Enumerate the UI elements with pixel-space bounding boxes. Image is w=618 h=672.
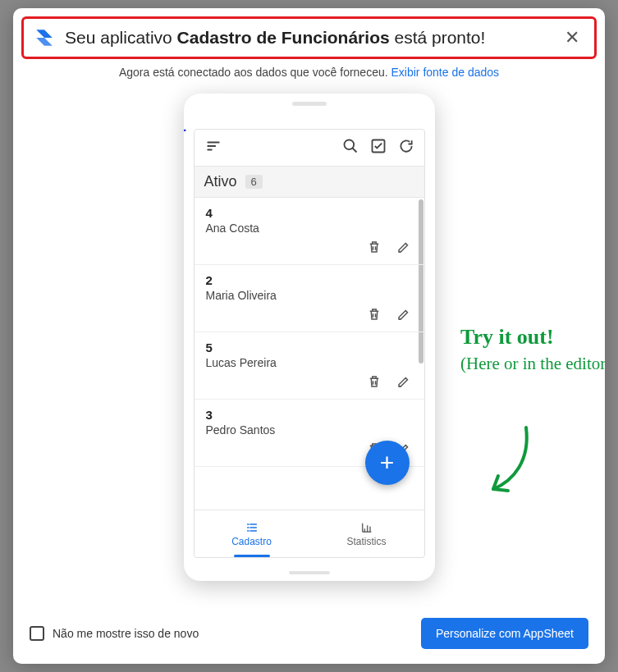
list-icon xyxy=(244,521,260,534)
delete-icon[interactable] xyxy=(367,307,382,325)
banner-appname: Cadastro de Funcionários xyxy=(177,28,390,47)
chart-icon xyxy=(359,521,375,534)
modal-footer: Não me mostre isso de novo Personalize c… xyxy=(13,606,605,664)
select-icon[interactable] xyxy=(370,138,387,158)
row-name: Lucas Pereira xyxy=(206,356,413,369)
appsheet-logo-icon xyxy=(34,27,55,48)
dont-show-checkbox[interactable] xyxy=(30,626,44,641)
close-icon[interactable]: ✕ xyxy=(560,25,584,50)
tab-cadastro[interactable]: Cadastro xyxy=(195,510,309,557)
search-icon[interactable] xyxy=(342,138,359,158)
list-item[interactable]: 5 Lucas Pereira xyxy=(195,332,424,400)
ready-banner: Seu aplicativo Cadastro de Funcionários … xyxy=(21,16,597,59)
phone-speaker xyxy=(292,102,327,106)
row-id: 3 xyxy=(206,408,413,422)
row-name: Maria Oliveira xyxy=(206,289,413,302)
group-header[interactable]: Ativo 6 xyxy=(195,166,424,198)
plus-marker-icon: + xyxy=(184,121,187,140)
list-item[interactable]: 4 Ana Costa xyxy=(195,198,424,265)
svg-point-0 xyxy=(344,140,354,150)
svg-line-1 xyxy=(352,149,356,153)
refresh-icon[interactable] xyxy=(398,138,414,158)
edit-icon[interactable] xyxy=(396,307,411,325)
dont-show-group: Não me mostre isso de novo xyxy=(30,626,199,641)
try-callout: Try it out! (Here or in the editor) xyxy=(460,325,605,375)
row-id: 2 xyxy=(206,273,413,287)
callout-line2: (Here or in the editor) xyxy=(460,353,605,375)
phone-stage: + Ativo xyxy=(13,79,605,606)
customize-button[interactable]: Personalize com AppSheet xyxy=(421,618,588,649)
data-source-link[interactable]: Exibir fonte de dados xyxy=(391,66,500,79)
row-id: 4 xyxy=(206,206,413,220)
banner-suffix: está pronto! xyxy=(390,28,486,47)
add-fab-button[interactable]: + xyxy=(365,441,410,485)
row-name: Pedro Santos xyxy=(206,423,413,437)
row-id: 5 xyxy=(206,341,413,354)
banner-title: Seu aplicativo Cadastro de Funcionários … xyxy=(65,28,550,48)
phone-preview: + Ativo xyxy=(184,94,435,581)
sort-icon[interactable] xyxy=(204,139,222,157)
onboarding-modal: Seu aplicativo Cadastro de Funcionários … xyxy=(13,8,605,664)
app-frame: Ativo 6 4 Ana Costa 2 xyxy=(194,129,425,558)
delete-icon[interactable] xyxy=(367,374,382,392)
group-label: Ativo xyxy=(204,173,237,190)
list-item[interactable]: 2 Maria Oliveira xyxy=(195,265,424,332)
tab-label: Cadastro xyxy=(231,536,272,547)
phone-handle xyxy=(289,571,330,574)
subtext-text: Agora está conectado aos dados que você … xyxy=(119,66,391,79)
arrow-icon xyxy=(481,423,547,505)
tab-label: Statistics xyxy=(346,536,386,547)
delete-icon[interactable] xyxy=(367,240,382,258)
bottom-nav: Cadastro Statistics xyxy=(195,510,424,557)
tab-statistics[interactable]: Statistics xyxy=(309,510,424,557)
app-toolbar xyxy=(195,130,424,166)
row-name: Ana Costa xyxy=(206,222,413,235)
banner-prefix: Seu aplicativo xyxy=(65,28,177,47)
dont-show-label: Não me mostre isso de novo xyxy=(53,627,199,640)
callout-line1: Try it out! xyxy=(460,325,605,350)
banner-subtext: Agora está conectado aos dados que você … xyxy=(13,66,605,79)
edit-icon[interactable] xyxy=(396,374,411,392)
edit-icon[interactable] xyxy=(396,240,411,258)
group-count: 6 xyxy=(245,175,263,189)
